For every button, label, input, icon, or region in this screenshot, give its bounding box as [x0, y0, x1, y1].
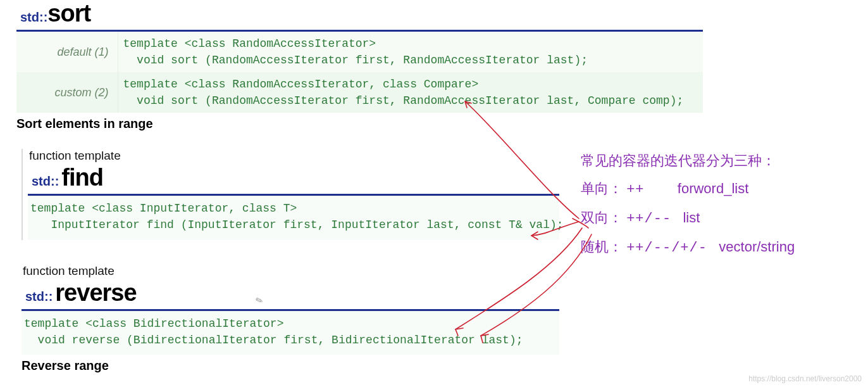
sort-sig-2-code: template <class RandomAccessIterator, cl… — [118, 72, 703, 113]
reverse-section: function template std::reverse ✎ templat… — [22, 264, 559, 373]
find-namespace: std:: — [32, 174, 59, 189]
annotation-row-2-ex: list — [683, 210, 700, 225]
annotation-row-3-ex: vector/string — [719, 239, 795, 255]
reverse-ft-label: function template — [23, 264, 559, 278]
sort-sig-2-label: custom (2) — [16, 72, 118, 113]
annotation-row-3-ops: ++/--/+/- — [626, 240, 707, 256]
annotation-row-3: 随机： ++/--/+/- vector/string — [581, 233, 859, 262]
find-title: std::find — [28, 164, 559, 196]
sort-signatures: default (1) template <class RandomAccess… — [16, 32, 703, 113]
sort-name: sort — [47, 0, 90, 27]
iterator-annotation: 常见的容器的迭代器分为三种： 单向： ++ forword_list 双向： +… — [581, 147, 859, 262]
page-root: std::sort default (1) template <class Ra… — [0, 0, 868, 387]
sort-namespace: std:: — [20, 10, 47, 24]
sort-sig-row-2: custom (2) template <class RandomAccessI… — [16, 72, 703, 113]
annotation-row-1-ex: forword_list — [678, 181, 748, 196]
watermark: https://blog.csdn.net/liverson2000 — [748, 374, 862, 383]
sort-title: std::sort — [16, 0, 703, 32]
reverse-name: reverse — [55, 279, 136, 307]
reverse-namespace: std:: — [25, 289, 53, 304]
annotation-row-1: 单向： ++ forword_list — [581, 175, 859, 204]
reverse-title: std::reverse ✎ — [22, 279, 559, 311]
annotation-row-3-kind: 随机： — [581, 239, 623, 255]
annotation-row-1-kind: 单向： — [581, 181, 623, 196]
annotation-row-2: 双向： ++/-- list — [581, 204, 859, 233]
sort-section: std::sort default (1) template <class Ra… — [16, 0, 703, 131]
find-name: find — [61, 164, 103, 191]
sort-sig-1-label: default (1) — [16, 32, 118, 72]
annotation-row-1-ops: ++ — [626, 182, 644, 198]
annotation-row-2-ops: ++/-- — [626, 211, 671, 227]
annotation-row-2-kind: 双向： — [581, 210, 623, 225]
sort-sig-row-1: default (1) template <class RandomAccess… — [16, 32, 703, 72]
find-section: function template std::find template <cl… — [22, 149, 559, 239]
find-ft-label: function template — [29, 149, 559, 163]
find-sig-code: template <class InputIterator, class T> … — [28, 196, 559, 239]
reverse-sig-code: template <class BidirectionalIterator> v… — [22, 311, 559, 355]
annotation-heading: 常见的容器的迭代器分为三种： — [581, 147, 859, 175]
sort-sig-1-code: template <class RandomAccessIterator> vo… — [118, 32, 703, 72]
sort-subtitle: Sort elements in range — [16, 117, 703, 131]
reverse-subtitle: Reverse range — [22, 358, 559, 373]
pencil-icon: ✎ — [254, 294, 265, 306]
